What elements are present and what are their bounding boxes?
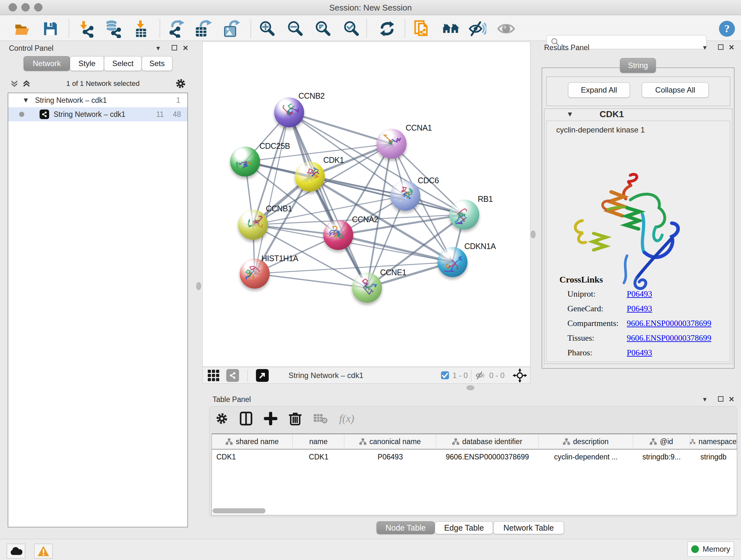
collection-expander-icon[interactable]: ▼	[22, 96, 29, 105]
horizontal-splitter-handle[interactable]	[467, 385, 474, 390]
network-node-CDC25B[interactable]	[230, 146, 260, 177]
table-cell[interactable]: P06493	[345, 449, 436, 464]
hidden-eye-icon[interactable]	[475, 371, 486, 380]
left-splitter-handle[interactable]	[196, 282, 201, 290]
network-options-gear-icon[interactable]	[175, 78, 186, 89]
string-home-icon[interactable]	[442, 20, 460, 38]
memory-button[interactable]: Memory	[687, 542, 734, 557]
open-session-icon[interactable]	[13, 20, 31, 38]
network-node-CDKN1A[interactable]	[437, 247, 468, 277]
control-panel-close-icon[interactable]: ✕	[183, 44, 188, 52]
crosslink-link[interactable]: P06493	[627, 304, 652, 314]
fit-selected-crosshair-icon[interactable]	[513, 368, 527, 382]
network-edge-CCNB2-CCNA1[interactable]	[289, 112, 392, 144]
cloud-button[interactable]	[7, 544, 25, 558]
table-row[interactable]: CDK1CDK1P064939606.ENSP00000378699cyclin…	[212, 449, 737, 464]
function-builder-icon[interactable]: f(x)	[339, 413, 354, 425]
share-file-icon[interactable]	[413, 20, 431, 38]
results-panel-menu-icon[interactable]: ▾	[703, 44, 706, 52]
network-row[interactable]: String Network – cdk1 11 48	[8, 107, 187, 121]
tab-sets[interactable]: Sets	[142, 56, 172, 71]
export-table-icon[interactable]	[194, 20, 212, 38]
help-icon[interactable]: ?	[718, 20, 736, 38]
network-node-CCNB2[interactable]	[274, 98, 304, 127]
tab-network-table[interactable]: Network Table	[493, 521, 564, 534]
table-cell[interactable]: CDK1	[293, 449, 344, 464]
tab-select[interactable]: Select	[104, 56, 142, 71]
split-table-icon[interactable]	[240, 412, 253, 426]
hide-graphics-details-icon[interactable]	[468, 20, 486, 38]
column-header-shared-name[interactable]: shared name	[212, 434, 293, 449]
refresh-view-icon[interactable]	[378, 20, 396, 38]
zoom-out-icon[interactable]	[286, 20, 305, 38]
table-panel-close-icon[interactable]: ✕	[729, 395, 734, 403]
table-panel-float-icon[interactable]	[718, 396, 724, 401]
network-canvas[interactable]: CCNB2CCNA1CDC25BCDK1CDC6RB1CCNB1CCNA2CDK…	[202, 42, 530, 367]
gene-expander-icon[interactable]: ▼	[566, 110, 574, 118]
birdseye-view-icon[interactable]	[497, 20, 515, 38]
export-image-icon[interactable]	[222, 20, 240, 38]
gene-header-row[interactable]: ▼ CDK1	[544, 109, 732, 120]
selected-checkbox-icon[interactable]	[441, 371, 449, 380]
network-node-CCNA1[interactable]	[377, 129, 407, 159]
network-node-CCNB1[interactable]	[238, 210, 268, 240]
crosslink-link[interactable]: P06493	[627, 348, 652, 358]
tab-string[interactable]: String	[620, 58, 656, 73]
detach-view-icon[interactable]	[256, 369, 269, 382]
expand-all-button[interactable]: Expand All	[568, 82, 630, 98]
column-header-namespace[interactable]: namespace	[690, 434, 737, 449]
table-cell[interactable]: 9606.ENSP00000378699	[436, 449, 539, 464]
expand-all-icon[interactable]	[22, 79, 30, 88]
add-column-icon[interactable]	[264, 412, 277, 425]
import-table-file-icon[interactable]	[132, 20, 150, 38]
crosslink-link[interactable]: P06493	[627, 289, 652, 299]
results-panel-close-icon[interactable]: ✕	[729, 44, 734, 52]
table-cell[interactable]: stringdb:9...	[633, 449, 690, 464]
table-cell[interactable]: cyclin-dependent ...	[539, 449, 633, 464]
network-edge-CCNB2-HIST1H1A[interactable]	[255, 112, 289, 273]
zoom-selected-icon[interactable]	[343, 20, 360, 38]
column-header-database-identifier[interactable]: database identifier	[436, 434, 539, 449]
zoom-fit-icon[interactable]	[314, 20, 332, 38]
network-node-CDC6[interactable]	[390, 181, 420, 211]
network-node-HIST1H1A[interactable]	[240, 259, 270, 289]
tab-style[interactable]: Style	[70, 56, 104, 71]
zoom-in-icon[interactable]	[259, 20, 276, 38]
string-view-icon[interactable]	[226, 369, 239, 382]
results-panel-float-icon[interactable]	[718, 44, 724, 50]
crosslink-link[interactable]: 9606.ENSP00000378699	[627, 333, 711, 343]
save-session-icon[interactable]	[42, 20, 59, 38]
tab-network[interactable]: Network	[23, 56, 70, 71]
import-network-file-icon[interactable]	[78, 20, 96, 38]
network-node-CCNA2[interactable]	[323, 220, 353, 250]
column-header-name[interactable]: name	[293, 434, 344, 449]
column-header-description[interactable]: description	[539, 434, 633, 449]
network-edge-CCNB2-CCNE1[interactable]	[289, 112, 367, 288]
network-collection-row[interactable]: ▼ String Network – cdk1 1	[8, 93, 187, 107]
network-edge-HIST1H1A-CCNE1[interactable]	[255, 273, 367, 288]
column-header-canonical-name[interactable]: canonical name	[344, 434, 435, 449]
table-cell[interactable]: CDK1	[212, 449, 293, 464]
warning-button[interactable]	[34, 544, 53, 558]
column-header--id[interactable]: @id	[633, 434, 690, 449]
crosslink-link[interactable]: 9606.ENSP00000378699	[627, 319, 711, 328]
table-settings-icon[interactable]	[215, 412, 228, 425]
view-grid-icon[interactable]	[208, 370, 219, 381]
delete-table-icon[interactable]	[313, 413, 328, 424]
import-network-database-icon[interactable]	[104, 20, 122, 38]
control-panel-menu-icon[interactable]: ▾	[156, 44, 160, 52]
network-node-RB1[interactable]	[449, 199, 479, 230]
table-cell[interactable]: stringdb	[690, 449, 737, 464]
network-node-CDK1[interactable]	[295, 162, 325, 192]
tab-node-table[interactable]: Node Table	[377, 521, 434, 534]
tab-edge-table[interactable]: Edge Table	[435, 521, 493, 534]
network-node-CCNE1[interactable]	[352, 273, 382, 303]
collapse-all-button[interactable]: Collapse All	[642, 82, 709, 98]
table-panel-menu-icon[interactable]: ▾	[703, 395, 706, 403]
export-network-icon[interactable]	[167, 20, 185, 38]
table-horizontal-scrollbar[interactable]	[212, 508, 266, 513]
delete-column-icon[interactable]	[289, 411, 301, 426]
collapse-all-icon[interactable]	[10, 79, 18, 88]
control-panel-float-icon[interactable]	[172, 45, 177, 51]
right-splitter-handle[interactable]	[531, 231, 536, 238]
